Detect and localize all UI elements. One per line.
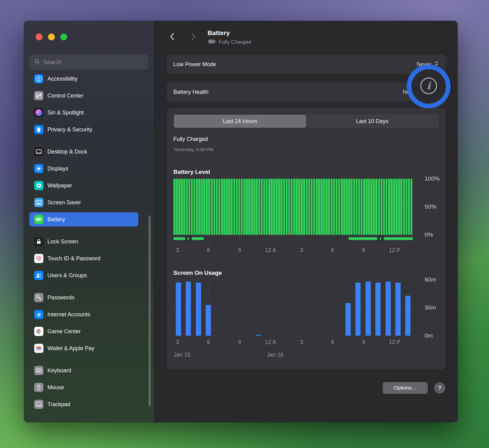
time-range-segmented-control: Last 24 Hours Last 10 Days xyxy=(173,114,439,128)
sidebar-item-battery[interactable]: Battery xyxy=(29,212,138,226)
battery-level-bar xyxy=(395,179,398,235)
sidebar-item-touch-id-password[interactable]: Touch ID & Password xyxy=(29,251,138,266)
sidebar-item-mouse[interactable]: Mouse xyxy=(29,380,138,394)
battery-level-bar xyxy=(203,179,205,235)
close-button[interactable] xyxy=(36,34,42,40)
battery-level-chart xyxy=(173,179,413,235)
sidebar-scrollbar[interactable] xyxy=(149,215,151,406)
sidebar-item-wallet-apple-pay[interactable]: Wallet & Apple Pay xyxy=(29,341,138,355)
screen-on-usage-x-axis: 36912 A36912 P xyxy=(173,339,413,346)
sidebar-item-users-groups[interactable]: Users & Groups xyxy=(29,268,138,282)
battery-level-bar xyxy=(363,179,365,235)
control-center-icon xyxy=(34,91,43,100)
sidebar-item-label: Lock Screen xyxy=(47,238,78,245)
sidebar-item-game-center[interactable]: Game Center xyxy=(29,324,138,338)
battery-level-bar xyxy=(196,179,198,235)
sidebar-item-siri-spotlight[interactable]: Siri & Spotlight xyxy=(29,106,138,120)
y-tick-label: 50% xyxy=(425,203,436,210)
mouse-icon xyxy=(34,383,43,392)
sidebar-item-label: Screen Saver xyxy=(47,199,81,206)
battery-level-chart-title: Battery Level xyxy=(173,169,210,175)
y-tick-label: 60m xyxy=(425,276,436,283)
charging-bolt-icon xyxy=(377,235,385,243)
forward-button[interactable] xyxy=(190,32,196,41)
wallet-icon xyxy=(34,344,43,353)
x-tick-label: 6 xyxy=(207,339,210,346)
minimize-button[interactable] xyxy=(48,34,55,40)
battery-level-bar xyxy=(366,179,368,235)
sidebar-item-privacy-security[interactable]: Privacy & Security xyxy=(29,122,138,137)
sidebar-group: Lock ScreenTouch ID & PasswordUsers & Gr… xyxy=(29,234,138,282)
sidebar-item-displays[interactable]: Displays xyxy=(29,162,138,176)
sidebar-item-label: Mouse xyxy=(47,384,64,391)
battery-level-bar xyxy=(370,179,373,235)
battery-level-bar xyxy=(228,179,230,235)
sidebar-item-passwords[interactable]: Passwords xyxy=(29,290,138,305)
battery-level-bar xyxy=(261,179,263,235)
sidebar-item-lock-screen[interactable]: Lock Screen xyxy=(29,234,138,249)
sidebar-nav: AccessibilityControl CenterSiri & Spotli… xyxy=(29,72,138,419)
desktop-wallpaper: AccessibilityControl CenterSiri & Spotli… xyxy=(0,0,489,448)
trackpad-icon xyxy=(34,400,43,409)
sidebar-item-keyboard[interactable]: Keyboard xyxy=(29,363,138,378)
sidebar-group: AccessibilityControl CenterSiri & Spotli… xyxy=(29,72,138,137)
sidebar-item-wallpaper[interactable]: Wallpaper xyxy=(29,178,138,193)
x-tick-label: 9 xyxy=(238,247,241,254)
screen-saver-icon xyxy=(34,198,43,207)
battery-level-bar xyxy=(278,179,280,235)
sidebar-item-label: Users & Groups xyxy=(47,272,87,279)
battery-level-bar xyxy=(181,179,183,235)
x-tick-label: 3 xyxy=(300,247,303,254)
x-tick-label: 6 xyxy=(331,339,334,346)
sidebar-item-internet-accounts[interactable]: @Internet Accounts xyxy=(29,307,138,322)
sidebar-item-desktop-dock[interactable]: Desktop & Dock xyxy=(29,145,138,159)
battery-level-bar xyxy=(236,179,238,235)
sidebar-item-label: Privacy & Security xyxy=(47,126,92,133)
y-tick-label: 30m xyxy=(425,304,436,311)
battery-level-bar xyxy=(206,179,208,235)
info-icon[interactable]: i xyxy=(420,77,438,96)
tab-last-24-hours[interactable]: Last 24 Hours xyxy=(174,115,306,128)
battery-level-bar xyxy=(321,179,323,235)
battery-level-bar xyxy=(238,179,240,235)
zoom-button[interactable] xyxy=(60,34,67,40)
battery-level-bar xyxy=(336,179,338,235)
sidebar-item-accessibility[interactable]: Accessibility xyxy=(29,72,138,86)
sidebar-item-label: Wallpaper xyxy=(47,182,72,189)
sidebar-item-control-center[interactable]: Control Center xyxy=(29,89,138,103)
x-tick-label: 9 xyxy=(362,339,365,346)
x-tick-label: 12 A xyxy=(265,339,276,346)
window-controls xyxy=(36,34,73,40)
sidebar-item-screen-saver[interactable]: Screen Saver xyxy=(29,195,138,210)
sidebar-item-trackpad[interactable]: Trackpad xyxy=(29,397,138,411)
screen-usage-bar xyxy=(176,282,181,336)
sidebar-group: Passwords@Internet AccountsGame CenterWa… xyxy=(29,290,138,355)
help-button[interactable]: ? xyxy=(434,382,445,394)
passwords-icon xyxy=(34,293,43,302)
battery-level-bar xyxy=(198,179,200,235)
battery-level-bar xyxy=(353,179,355,235)
search-icon xyxy=(34,58,40,66)
battery-charging-icon xyxy=(208,39,216,45)
x-tick-label: 9 xyxy=(362,247,365,254)
back-button[interactable] xyxy=(169,32,175,41)
battery-level-bar xyxy=(368,179,370,235)
search-field[interactable] xyxy=(29,55,148,70)
battery-level-bar xyxy=(218,179,220,235)
battery-level-y-axis: 100%50%0% xyxy=(425,179,452,235)
tab-last-10-days[interactable]: Last 10 Days xyxy=(306,115,438,128)
battery-level-bar xyxy=(400,179,402,235)
battery-level-bar xyxy=(266,179,268,235)
accessibility-icon xyxy=(34,74,43,83)
battery-level-bar xyxy=(258,179,261,235)
battery-level-bar xyxy=(388,179,390,235)
battery-level-bar xyxy=(333,179,335,235)
low-power-mode-label: Low Power Mode xyxy=(173,61,216,68)
x-tick-label: 3 xyxy=(176,339,179,346)
screen-usage-bar xyxy=(395,282,401,336)
battery-level-bar xyxy=(398,179,400,235)
battery-level-bar xyxy=(288,179,290,235)
search-input[interactable] xyxy=(43,59,143,66)
options-button[interactable]: Options… xyxy=(383,382,428,394)
screen-usage-bar xyxy=(366,282,371,336)
